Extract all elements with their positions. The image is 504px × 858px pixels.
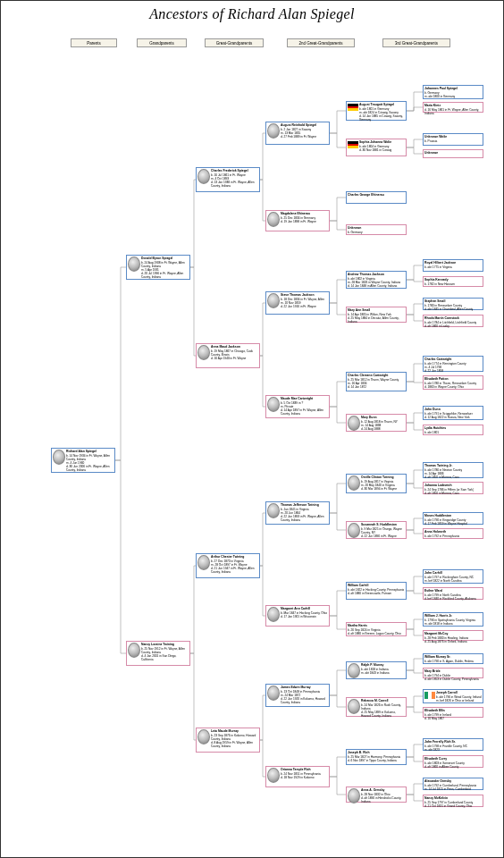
- person-card[interactable]: John Carhillb. abt 1797 in Rockingham Co…: [423, 569, 483, 584]
- person-card[interactable]: Margaret McCoyb. 28 Feb 1800 in Howling,…: [423, 630, 483, 641]
- person-details: b. 12 Aug 1818 in Thann, NY m. 14 Aug 18…: [361, 420, 398, 431]
- person-name: Ralph P. Murray: [361, 663, 390, 667]
- person-card[interactable]: Orville Clinton Twiningb. 19 Aug 1817 in…: [346, 474, 407, 493]
- person-card[interactable]: Mary Dunnb. 12 Aug 1818 in Thann, NY m. …: [346, 414, 407, 432]
- person-card[interactable]: Rebecca M. Carrollb. 24 Mar 1826 in Rush…: [346, 697, 407, 717]
- person-name: Donald Byron Spiegel: [141, 257, 189, 260]
- person-card[interactable]: Moses Huddlestonb. abt 1790 in Kingsridg…: [423, 512, 483, 525]
- person-card[interactable]: Royal Hilbert Jacksonb. abt 1775 in Virg…: [423, 259, 483, 272]
- person-card[interactable]: Anna Holworthb. abt 1792 in Pennsylvania: [423, 528, 483, 539]
- person-name: Esther Ward: [424, 589, 476, 593]
- person-card[interactable]: Steve Thomas Jacksonb. 18 Dec 1834 in Ft…: [265, 291, 330, 315]
- person-text: Sophia Kennedyb. 1782 in New Hanover: [424, 278, 455, 286]
- person-card[interactable]: Anna A. Ormsbyb. 28 Nov 1832 in Ohio d. …: [346, 786, 407, 803]
- person-name: Joseph B. Rich: [348, 751, 400, 754]
- person-card[interactable]: William Carhillb. abt 1822 in Hocking Co…: [346, 582, 407, 600]
- person-card[interactable]: Arthur Chester Twiningb. 27 Dec 1870 in …: [196, 553, 260, 578]
- person-card[interactable]: James Edwin Murrayb. 13 Oct 1848 in Penn…: [265, 684, 330, 707]
- person-name: Magdalene Ehinerau: [281, 212, 316, 215]
- person-details: b. 1796 in Spottsylvania County, Virgini…: [424, 618, 475, 626]
- person-card[interactable]: Mary Brideb. abt 1794 in Dublin d. abt 1…: [423, 668, 483, 678]
- person-portrait: [267, 503, 280, 518]
- person-card[interactable]: Richard Alan Spiegelb. 14 Nov 1934 in Ft…: [51, 448, 115, 473]
- person-text: William Carhillb. abt 1822 in Hocking Co…: [348, 584, 404, 595]
- person-card[interactable]: Unknown Wolinb. Prussia: [423, 133, 483, 146]
- person-card[interactable]: Sophia Kennedyb. 1782 in New Hanover: [423, 276, 483, 287]
- person-name: Charles George Ehinerau: [348, 193, 384, 197]
- person-card[interactable]: Johanna Lodewichb. 24 Sep 1786 in Fiffer…: [423, 482, 483, 494]
- person-card[interactable]: Thomas Twining Jr.b. abt 1786 in Newton …: [423, 462, 483, 478]
- person-card[interactable]: Nancy Loraine Twiningb. 25 Nov 1912 in F…: [126, 641, 190, 666]
- person-card[interactable]: Esther Wardb. abt 1799 in North Carolina…: [423, 587, 483, 600]
- person-name: Elisabeth Curry: [424, 757, 465, 761]
- person-card[interactable]: Unknown: [423, 149, 483, 158]
- person-details: b. abt 1792 in Cumberland, Pennsylvania …: [424, 784, 476, 791]
- person-details: b. abt 1794 in Dublin d. abt 1853 in Dub…: [424, 674, 479, 681]
- person-card[interactable]: Magdalene Ehineraub. 25 Dec 1834 in Germ…: [265, 210, 330, 231]
- person-card[interactable]: Charles Frederick Spiegelb. 16 Jul 1861 …: [196, 167, 260, 192]
- person-card[interactable]: Susannah S. Huddlestonb. 9 Mar 1821 in O…: [346, 521, 407, 539]
- person-card[interactable]: Sophia Johanna Wolinb. abt 1804 in Germa…: [346, 139, 407, 156]
- person-card[interactable]: Stephen Smallb. 1780 in Rensselaer Count…: [423, 298, 483, 310]
- person-text: Margaret Ann Carhillb. Mar 1847 in Hocki…: [281, 607, 327, 618]
- person-card[interactable]: John Ferrelly Rich Sr.b. abt 1798 in Fra…: [423, 738, 483, 751]
- person-card[interactable]: William J. Harris Jr.b. 1796 in Spottsyl…: [423, 612, 483, 627]
- person-card[interactable]: Charles George Ehinerau: [346, 191, 407, 204]
- person-card[interactable]: Johannes Paul Spiegelb. Germany m. abt 1…: [423, 85, 483, 99]
- person-name: Elisabeth Patton: [424, 377, 476, 381]
- person-name: Johannes Paul Spiegel: [424, 87, 458, 90]
- person-text: Elisabeth Curryb. abt 1803 in Somerset C…: [424, 757, 465, 769]
- person-text: Unknown Wolinb. Prussia: [424, 135, 447, 143]
- person-card[interactable]: Alexander Ormsbyb. abt 1792 in Cumberlan…: [423, 778, 483, 790]
- person-card[interactable]: Margaret Ann Carhillb. Mar 1847 in Hocki…: [265, 605, 330, 627]
- person-details: b. Germany: [348, 231, 363, 234]
- person-card[interactable]: Charles Clemens Cartwrightb. 25 Mar 1812…: [346, 372, 407, 391]
- person-name: John Carhill: [424, 571, 474, 575]
- person-name: Anna Maud Jackson: [211, 345, 258, 349]
- person-portrait: [197, 729, 210, 744]
- person-text: James Edwin Murrayb. 13 Oct 1848 in Penn…: [281, 686, 328, 704]
- person-card[interactable]: Mary Ann Smallb. 14 Apr 1805 in Wilton, …: [346, 307, 407, 323]
- person-card[interactable]: Nancy McKelvinb. 25 Sep 1797 in Cumberla…: [423, 795, 483, 807]
- person-card[interactable]: Joseph Carrollb. abt 1796 in Wexd County…: [423, 689, 483, 703]
- person-card[interactable]: Thomas Jefferson Twiningb. Jan 1841 in V…: [265, 501, 330, 525]
- person-text: Anna Holworthb. abt 1792 in Pennsylvania: [424, 530, 459, 538]
- person-card[interactable]: August Traugott Spiegelb. abt 1801 in Ge…: [346, 101, 407, 121]
- person-card[interactable]: Andrew Thomas Jacksonb. abt 1802 in Virg…: [346, 271, 407, 289]
- person-card[interactable]: Martha Harrisb. 26 Sep 1824 in Virginia …: [346, 622, 407, 636]
- person-card[interactable]: Maude Mae Cartwrightb. 5 Oct 1839 in ? m…: [265, 395, 330, 418]
- person-card[interactable]: Charles Cartwrightb. abt 1774 in Remingt…: [423, 356, 483, 372]
- person-card[interactable]: Elisabeth Ellisb. abt 1799 in Ireland d.…: [423, 707, 483, 718]
- person-name: Charles Frederick Spiegel: [211, 169, 258, 172]
- person-card[interactable]: Joseph B. Richb. 25 Mar 1827 in Harmony,…: [346, 749, 407, 765]
- person-card[interactable]: Rhoda Martin Comstockb. abt 1784 in Litc…: [423, 315, 483, 327]
- person-card[interactable]: Elisabeth Curryb. abt 1803 in Somerset C…: [423, 755, 483, 768]
- person-text: Martha Harrisb. 26 Sep 1824 in Virginia …: [348, 624, 401, 635]
- person-portrait: [197, 345, 210, 360]
- person-text: Orville Clinton Twiningb. 19 Aug 1817 in…: [361, 475, 397, 491]
- person-details: b. abt 1818 in Indiana m. abt 1843 in In…: [361, 668, 390, 675]
- flag-germany-icon: [348, 104, 358, 111]
- person-card[interactable]: Leta Maude Murrayb. 23 Sep 1876 in Kokom…: [196, 728, 260, 753]
- person-name: Charles Cartwright: [424, 358, 466, 361]
- person-text: Esther Wardb. abt 1799 in North Carolina…: [424, 589, 476, 601]
- person-card[interactable]: Lydia Hutchinsb. abt 1801: [423, 425, 483, 435]
- person-card[interactable]: Maria Kintzd. 16 May 1861 in Ft. Wayne, …: [423, 102, 483, 113]
- person-card[interactable]: William Murray Sr.b. abt 1790 in S. Agai…: [423, 653, 483, 664]
- family-tree-diagram: Ancestors of Richard Alan Spiegel Parent…: [0, 0, 504, 858]
- person-details: b. 25 Dec 1834 in Germany d. 19 Jan 1898…: [281, 216, 316, 223]
- person-card[interactable]: Unknownb. Germany: [346, 224, 407, 235]
- person-details: b. 25 Mar 1827 in Harmony, Pennsylvania …: [348, 755, 400, 762]
- person-card[interactable]: Elisabeth Pattonb. abt 1780 in Thann, Re…: [423, 375, 483, 390]
- person-portrait: [348, 475, 360, 491]
- person-card[interactable]: Ralph P. Murrayb. abt 1818 in Indiana m.…: [346, 661, 407, 679]
- person-card[interactable]: Anna Maud Jacksonb. 19 May 1867 in Chica…: [196, 343, 260, 368]
- person-details: b. 27 Dec 1870 in Virginia m. 28 Oct 189…: [211, 559, 258, 574]
- person-card[interactable]: John Dunnb. abt 1791 in Scipgohike, Rens…: [423, 406, 483, 420]
- person-card[interactable]: Donald Byron Spiegelb. 24 Aug 1908 in Ft…: [126, 255, 190, 280]
- person-details: b. 24 Nov 1851 in Pennsylvania d. 18 Nov…: [281, 772, 321, 779]
- person-details: b. 13 Oct 1848 in Pennsylvania m. 24 Mar…: [281, 690, 328, 704]
- person-card[interactable]: August Reinhold Spiegelb. 2 Jan 1827 in …: [265, 122, 330, 145]
- person-card[interactable]: Orianna Temple Richb. 24 Nov 1851 in Pen…: [265, 766, 330, 787]
- person-details: b. abt 1792 in Pennsylvania: [424, 534, 459, 538]
